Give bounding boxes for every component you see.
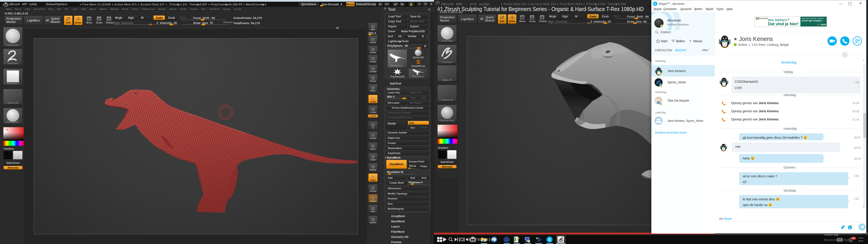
svg-text:S: S <box>654 2 656 5</box>
svg-text:S: S <box>548 238 551 242</box>
